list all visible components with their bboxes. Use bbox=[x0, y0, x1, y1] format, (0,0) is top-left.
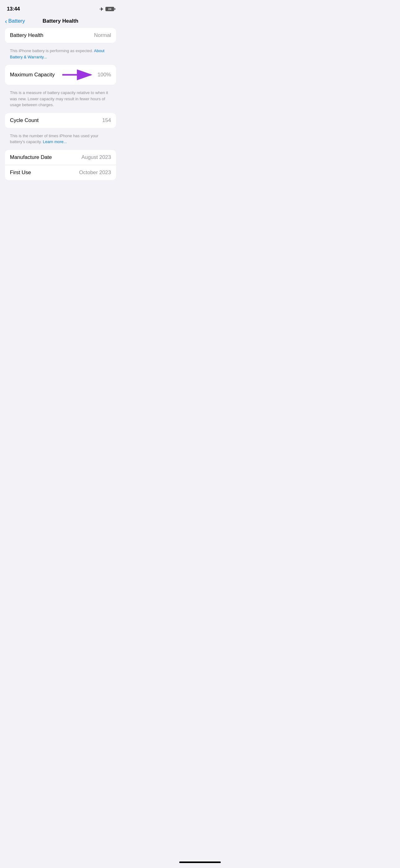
battery-indicator: 24 bbox=[105, 7, 114, 11]
manufacture-date-value: August 2023 bbox=[81, 154, 111, 160]
page-wrapper: 13:44 ✈ 24 ‹ Battery Battery Health Batt… bbox=[0, 0, 121, 262]
maximum-capacity-label: Maximum Capacity bbox=[10, 72, 55, 78]
status-bar: 13:44 ✈ 24 bbox=[0, 0, 121, 16]
learn-more-link[interactable]: Learn more... bbox=[43, 140, 67, 144]
nav-bar: ‹ Battery Battery Health bbox=[0, 16, 121, 28]
cycle-count-value: 154 bbox=[102, 117, 111, 124]
battery-health-card: Battery Health Normal bbox=[5, 28, 116, 43]
back-label: Battery bbox=[8, 18, 25, 24]
status-time: 13:44 bbox=[7, 6, 20, 12]
manufacture-date-label: Manufacture Date bbox=[10, 154, 52, 160]
chevron-left-icon: ‹ bbox=[5, 18, 7, 24]
max-capacity-desc-text: This is a measure of battery capacity re… bbox=[10, 90, 108, 107]
manufacture-date-row: Manufacture Date August 2023 bbox=[5, 150, 116, 165]
cycle-count-label: Cycle Count bbox=[10, 117, 39, 124]
maximum-capacity-description: This is a measure of battery capacity re… bbox=[5, 87, 116, 113]
battery-level-text: 24 bbox=[108, 7, 111, 10]
battery-health-row: Battery Health Normal bbox=[5, 28, 116, 43]
cycle-count-row: Cycle Count 154 bbox=[5, 113, 116, 128]
battery-health-desc-text: This iPhone battery is performing as exp… bbox=[10, 49, 93, 53]
battery-health-description: This iPhone battery is performing as exp… bbox=[5, 45, 116, 65]
first-use-value: October 2023 bbox=[79, 169, 111, 176]
page-title: Battery Health bbox=[42, 18, 78, 24]
capacity-right-section: 100% bbox=[61, 69, 111, 81]
maximum-capacity-row: Maximum Capacity 100% bbox=[5, 65, 116, 85]
cycle-count-card: Cycle Count 154 bbox=[5, 113, 116, 128]
purple-arrow-icon bbox=[61, 69, 95, 81]
airplane-icon: ✈ bbox=[100, 6, 104, 12]
maximum-capacity-value: 100% bbox=[98, 72, 111, 78]
content-area: Battery Health Normal This iPhone batter… bbox=[0, 28, 121, 183]
battery-box: 24 bbox=[105, 7, 114, 11]
battery-health-value: Normal bbox=[94, 32, 111, 38]
cycle-count-description: This is the number of times iPhone has u… bbox=[5, 130, 116, 150]
dates-card: Manufacture Date August 2023 First Use O… bbox=[5, 150, 116, 180]
maximum-capacity-card: Maximum Capacity 100% bbox=[5, 65, 116, 85]
first-use-label: First Use bbox=[10, 169, 31, 176]
back-button[interactable]: ‹ Battery bbox=[5, 18, 25, 24]
first-use-row: First Use October 2023 bbox=[5, 165, 116, 180]
battery-health-label: Battery Health bbox=[10, 32, 43, 38]
status-icons: ✈ 24 bbox=[100, 6, 114, 12]
